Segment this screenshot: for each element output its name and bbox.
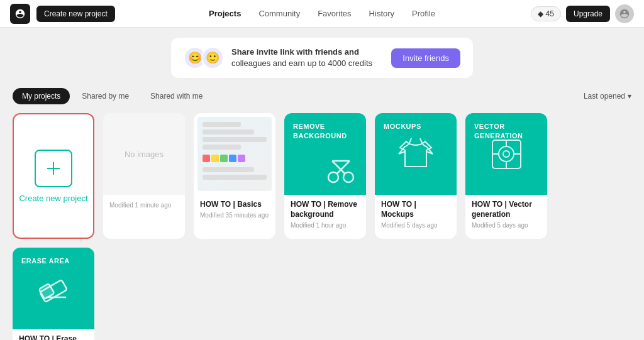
credits-count: 45: [546, 9, 554, 18]
tab-my-projects[interactable]: My projects: [13, 88, 70, 104]
mockups-label: MOCKUPS: [384, 122, 421, 131]
banner-left: 😊 🙂 Share invite link with friends and c…: [184, 47, 372, 69]
scissors-icon: [322, 151, 360, 189]
avatar[interactable]: [615, 4, 634, 23]
vector-title: HOW TO | Vector generation: [472, 200, 541, 219]
project-tabs: My projects Shared by me Shared with me: [13, 88, 212, 104]
header-right: ◆ 45 Upgrade: [531, 4, 634, 23]
erase-title: HOW TO | Erase area: [19, 334, 88, 340]
erase-info: HOW TO | Erase area Modified 5 days ago: [13, 329, 94, 340]
remove-bg-label: REMOVEBACKGROUND: [293, 122, 347, 140]
create-card-thumb[interactable]: Create new project: [13, 113, 94, 239]
logo: [10, 4, 30, 24]
diamond-icon: ◆: [538, 9, 543, 18]
vector-card[interactable]: VECTORGENERATION HOW TO | Vector generat…: [465, 113, 547, 239]
vector-info: HOW TO | Vector generation Modified 5 da…: [465, 195, 547, 233]
mockups-thumb: MOCKUPS: [375, 113, 457, 195]
basics-thumb: [194, 113, 275, 195]
no-images-info: Modified 1 minute ago: [103, 195, 185, 214]
erase-label: ERASE AREA: [21, 256, 70, 265]
banner-text-line2: colleagues and earn up to 4000 credits: [231, 58, 372, 68]
banner-avatar-2: 🙂: [201, 47, 224, 69]
basics-row-1: [203, 122, 241, 127]
swatch-4: [229, 155, 236, 162]
basics-row-4: [203, 145, 241, 150]
sort-label: Last opened: [584, 92, 625, 101]
banner-text-line1: Share invite link with friends and: [231, 47, 359, 57]
plus-icon: [35, 150, 72, 187]
basics-content: [197, 117, 272, 191]
remove-bg-card[interactable]: REMOVEBACKGROUND HOW TO | Remove backgro…: [284, 113, 366, 239]
no-images-thumb: No images: [103, 113, 185, 195]
create-project-card[interactable]: Create new project: [13, 113, 94, 239]
svg-point-8: [499, 146, 514, 162]
tab-shared-by-me[interactable]: Shared by me: [72, 88, 138, 104]
color-swatches: [203, 155, 267, 162]
remove-bg-title: HOW TO | Remove background: [291, 200, 360, 219]
basics-row-6: [203, 175, 267, 180]
basics-info: HOW TO | Basics Modified 35 minutes ago: [194, 195, 275, 224]
create-label: Create new project: [19, 194, 87, 203]
remove-bg-info: HOW TO | Remove background Modified 1 ho…: [284, 195, 366, 233]
sort-button[interactable]: Last opened ▾: [584, 92, 631, 101]
credits-badge: ◆ 45: [531, 6, 561, 21]
basics-row-3: [203, 137, 267, 142]
nav-favorites[interactable]: Favorites: [318, 9, 351, 18]
invite-friends-button[interactable]: Invite friends: [391, 48, 460, 68]
banner-text: Share invite link with friends and colle…: [231, 47, 372, 69]
eraser-icon: [35, 270, 72, 307]
remove-bg-modified: Modified 1 hour ago: [291, 222, 360, 229]
basics-row-5: [203, 167, 254, 172]
mockups-info: HOW TO | Mockups Modified 5 days ago: [375, 195, 457, 233]
header: Create new project Projects Community Fa…: [0, 0, 644, 28]
no-images-modified: Modified 1 minute ago: [109, 202, 179, 209]
invite-banner: 😊 🙂 Share invite link with friends and c…: [171, 38, 473, 78]
basics-modified: Modified 35 minutes ago: [200, 212, 269, 219]
swatch-1: [203, 155, 210, 162]
basics-card[interactable]: HOW TO | Basics Modified 35 minutes ago: [194, 113, 275, 239]
svg-point-2: [328, 172, 338, 182]
svg-point-9: [503, 151, 509, 157]
chevron-down-icon: ▾: [628, 92, 631, 101]
vector-icon: [486, 134, 527, 175]
basics-row-2: [203, 129, 254, 134]
create-new-button[interactable]: Create new project: [36, 6, 115, 22]
remove-bg-thumb: REMOVEBACKGROUND: [284, 113, 366, 195]
tabs-row: My projects Shared by me Shared with me …: [13, 88, 631, 104]
swatch-3: [220, 155, 228, 162]
mockups-modified: Modified 5 days ago: [381, 222, 450, 229]
projects-grid: Create new project No images Modified 1 …: [13, 113, 631, 340]
upgrade-button[interactable]: Upgrade: [566, 6, 610, 22]
mockups-card[interactable]: MOCKUPS HOW TO | Mockups Modified 5 days…: [375, 113, 457, 239]
nav-profile[interactable]: Profile: [412, 9, 435, 18]
swatch-2: [211, 155, 219, 162]
tshirt-icon: [394, 135, 438, 173]
vector-modified: Modified 5 days ago: [472, 222, 541, 229]
basics-title: HOW TO | Basics: [200, 200, 269, 210]
banner-avatars: 😊 🙂: [184, 47, 224, 69]
nav-community[interactable]: Community: [258, 9, 300, 18]
content: 😊 🙂 Share invite link with friends and c…: [0, 28, 644, 340]
nav-history[interactable]: History: [369, 9, 394, 18]
erase-thumb: ERASE AREA: [13, 248, 94, 329]
nav-projects[interactable]: Projects: [209, 9, 241, 18]
no-images-card[interactable]: No images Modified 1 minute ago: [103, 113, 185, 239]
main-nav: Projects Community Favorites History Pro…: [209, 9, 435, 18]
svg-point-3: [343, 172, 353, 182]
swatch-5: [238, 155, 245, 162]
erase-card[interactable]: ERASE AREA HOW TO | Erase area Modified …: [13, 248, 94, 340]
mockups-title: HOW TO | Mockups: [381, 200, 450, 219]
no-images-label: No images: [125, 150, 164, 159]
tab-shared-with-me[interactable]: Shared with me: [141, 88, 212, 104]
vector-thumb: VECTORGENERATION: [465, 113, 547, 195]
